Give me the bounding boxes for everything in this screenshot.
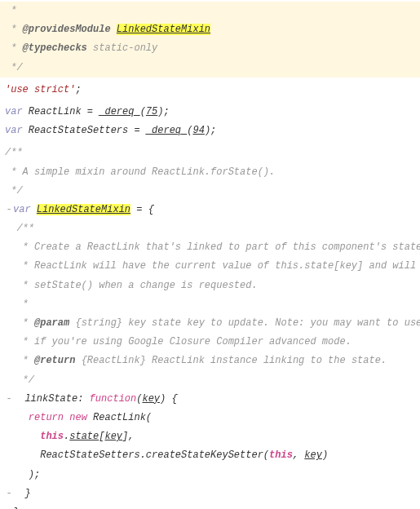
paren: ) bbox=[322, 449, 328, 461]
comment: */ bbox=[5, 185, 23, 197]
comment: * setState() when a change is requested. bbox=[5, 280, 258, 291]
string: 'use strict' bbox=[5, 84, 75, 95]
keyword-var: var bbox=[5, 106, 23, 117]
paren: ( bbox=[140, 106, 146, 117]
identifier: _dereq_ bbox=[146, 125, 187, 136]
comment: * bbox=[5, 355, 34, 366]
comment: {string} key state key to update. Note: … bbox=[69, 317, 420, 329]
text: ReactStateSetters = bbox=[23, 125, 146, 136]
code-line: */ bbox=[0, 59, 420, 77]
comment: /** bbox=[5, 147, 23, 158]
highlight: LinkedStateMixin bbox=[117, 24, 210, 35]
code-line: ); bbox=[0, 466, 420, 485]
keyword-var: var bbox=[13, 204, 31, 215]
paren: ) { bbox=[160, 393, 178, 405]
identifier: key bbox=[104, 431, 122, 442]
jsdoc-tag: @return bbox=[34, 355, 75, 366]
comment: * if you're using Google Closure Compile… bbox=[5, 336, 351, 347]
space bbox=[111, 24, 117, 35]
code-line: ReactStateSetters.createStateKeySetter(t… bbox=[0, 446, 420, 465]
code-line: * @providesModule LinkedStateMixin bbox=[0, 20, 420, 39]
text: ); bbox=[5, 469, 40, 480]
keyword-this: this bbox=[269, 449, 293, 461]
code-line: * ReactLink will have the current value … bbox=[0, 257, 420, 276]
comment: /** bbox=[5, 223, 34, 234]
comment: * bbox=[5, 42, 23, 54]
code-line: * @return {ReactLink} ReactLink instance… bbox=[0, 352, 420, 370]
fold-marker-icon[interactable]: - bbox=[5, 202, 13, 218]
keyword-this: this bbox=[40, 431, 64, 442]
comment: * A simple mixin around ReactLink.forSta… bbox=[5, 166, 275, 178]
code-line: 'use strict'; bbox=[0, 81, 420, 100]
semicolon: ; bbox=[75, 84, 81, 95]
comment: {ReactLink} ReactLink instance linking t… bbox=[75, 355, 387, 366]
comment: * bbox=[5, 317, 34, 329]
comment: */ bbox=[5, 62, 23, 73]
number: 75 bbox=[146, 106, 157, 117]
comment: * bbox=[5, 24, 23, 35]
text: = { bbox=[130, 204, 154, 215]
jsdoc-tag: @typechecks bbox=[23, 42, 87, 54]
comma: , bbox=[293, 449, 304, 461]
code-line: - linkState: function(key) { bbox=[0, 390, 420, 409]
code-line: var ReactStateSetters = _dereq_(94); bbox=[0, 122, 420, 140]
text: } bbox=[13, 488, 31, 499]
fold-marker-icon[interactable]: - bbox=[5, 505, 13, 509]
code-line: */ bbox=[0, 182, 420, 201]
text: ReactLink = bbox=[23, 106, 99, 117]
comment: * bbox=[5, 5, 16, 16]
comment: * bbox=[5, 299, 29, 310]
code-line: this.state[key], bbox=[0, 427, 420, 446]
code-line: * if you're using Google Closure Compile… bbox=[0, 333, 420, 352]
code-line: /** bbox=[0, 144, 420, 162]
text: ReactLink( bbox=[87, 412, 152, 423]
code-line: * Create a ReactLink that's linked to pa… bbox=[0, 238, 420, 257]
property: state bbox=[69, 431, 99, 442]
param: key bbox=[142, 393, 160, 405]
code-line: * bbox=[0, 2, 420, 20]
code-line: var ReactLink = _dereq_(75); bbox=[0, 103, 420, 122]
paren: ); bbox=[157, 106, 169, 117]
comment: */ bbox=[5, 374, 34, 386]
code-line: * @typechecks static-only bbox=[0, 39, 420, 58]
keyword-function: function bbox=[90, 393, 137, 405]
bracket: ], bbox=[122, 431, 134, 442]
code-block: * * @providesModule LinkedStateMixin * @… bbox=[0, 0, 420, 509]
space bbox=[31, 204, 37, 215]
paren: ); bbox=[205, 125, 216, 136]
code-line: */ bbox=[0, 371, 420, 390]
jsdoc-tag: @param bbox=[34, 317, 69, 329]
comment: * Create a ReactLink that's linked to pa… bbox=[5, 241, 420, 253]
code-line: * @param {string} key state key to updat… bbox=[0, 314, 420, 333]
indent bbox=[5, 412, 29, 423]
fold-marker-icon[interactable]: - bbox=[5, 392, 13, 407]
code-line: * bbox=[0, 295, 420, 314]
highlight: LinkedStateMixin bbox=[37, 204, 130, 215]
keyword-new: new bbox=[69, 412, 87, 423]
code-line: -}; bbox=[0, 503, 420, 509]
jsdoc-tag: @providesModule bbox=[23, 24, 111, 35]
indent bbox=[5, 431, 40, 442]
code-line: * A simple mixin around ReactLink.forSta… bbox=[0, 163, 420, 182]
keyword-return: return bbox=[29, 412, 64, 423]
identifier: _dereq_ bbox=[99, 106, 139, 117]
keyword-var: var bbox=[5, 125, 23, 136]
number: 94 bbox=[192, 125, 204, 136]
comment: static-only bbox=[87, 42, 157, 54]
code-line: return new ReactLink( bbox=[0, 409, 420, 427]
identifier: key bbox=[304, 449, 322, 461]
code-line: -var LinkedStateMixin = { bbox=[0, 201, 420, 219]
text: ReactStateSetters.createStateKeySetter( bbox=[5, 449, 269, 461]
fold-marker-icon[interactable]: - bbox=[5, 486, 13, 502]
code-line: - } bbox=[0, 485, 420, 503]
comment: * ReactLink will have the current value … bbox=[5, 260, 420, 272]
text: linkState: bbox=[13, 393, 90, 405]
code-line: * setState() when a change is requested. bbox=[0, 277, 420, 295]
code-line: /** bbox=[0, 219, 420, 238]
